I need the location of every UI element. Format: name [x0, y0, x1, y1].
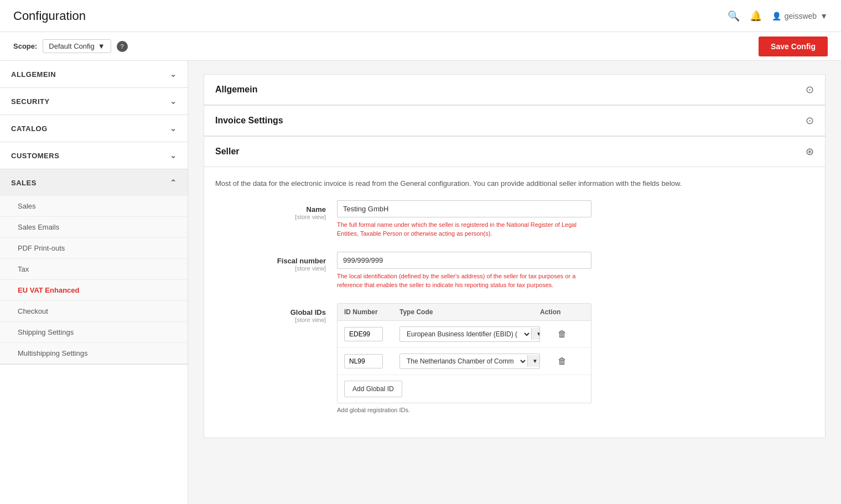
config-section-title-seller: Seller [215, 147, 240, 157]
config-section-header-seller[interactable]: Seller ⊛ [204, 137, 825, 167]
config-section-allgemein: Allgemein ⊙ [204, 74, 826, 106]
form-label-col-name: Name [store view] [215, 200, 337, 220]
type-code-select-1[interactable]: European Business Identifier (EBID) ( [400, 327, 531, 341]
scope-label: Scope: [13, 42, 37, 50]
form-field-col-name: The full formal name under which the sel… [337, 200, 814, 238]
bell-icon[interactable]: 🔔 [750, 10, 762, 22]
sidebar-item-checkout[interactable]: Checkout [0, 301, 188, 322]
sidebar-section-sales: SALES ⌃ Sales Sales Emails PDF Print-out… [0, 169, 188, 365]
global-ids-hint: Add global registration IDs. [337, 407, 814, 413]
sidebar-section-header-customers[interactable]: CUSTOMERS ⌄ [0, 142, 188, 169]
form-label-col-global-ids: Global IDs [store view] [215, 303, 337, 323]
scope-value: Default Config [49, 42, 94, 50]
global-ids-scope: [store view] [215, 316, 326, 323]
type-code-select-wrapper-2: The Netherlands Chamber of Comm ▼ [399, 354, 540, 369]
config-section-body-seller: Most of the data for the electronic invo… [204, 167, 825, 438]
global-ids-table: ID Number Type Code Action European Busi… [337, 303, 591, 403]
type-code-arrow-2[interactable]: ▼ [527, 355, 540, 367]
col-header-action: Action [540, 308, 584, 316]
user-dropdown-arrow: ▼ [820, 12, 828, 20]
section-toggle-invoice-settings[interactable]: ⊙ [806, 115, 814, 127]
sidebar-section-label-catalog: CATALOG [11, 124, 48, 133]
type-code-select-2[interactable]: The Netherlands Chamber of Comm [400, 354, 527, 368]
form-field-col-fiscal-number: The local identification (defined by the… [337, 252, 814, 290]
form-label-col-fiscal-number: Fiscal number [store view] [215, 252, 337, 272]
sidebar-item-sales-emails[interactable]: Sales Emails [0, 217, 188, 238]
seller-description: Most of the data for the electronic invo… [215, 178, 814, 189]
page-title: Configuration [13, 9, 86, 23]
sidebar: ALLGEMEIN ⌄ SECURITY ⌄ CATALOG ⌄ CUSTOME… [0, 61, 188, 504]
sidebar-section-security: SECURITY ⌄ [0, 88, 188, 115]
global-ids-label: Global IDs [290, 308, 326, 316]
form-field-col-global-ids: ID Number Type Code Action European Busi… [337, 303, 814, 413]
sidebar-item-shipping-settings[interactable]: Shipping Settings [0, 322, 188, 343]
scope-bar: Scope: Default Config ▼ ? Save Config [0, 32, 841, 61]
section-toggle-allgemein[interactable]: ⊙ [806, 84, 814, 96]
user-menu[interactable]: 👤 geissweb ▼ [772, 12, 828, 20]
config-section-invoice-settings: Invoice Settings ⊙ [204, 106, 826, 137]
sidebar-item-sales[interactable]: Sales [0, 196, 188, 217]
form-row-name: Name [store view] The full formal name u… [215, 200, 814, 238]
sidebar-item-eu-vat-enhanced[interactable]: EU VAT Enhanced [0, 280, 188, 301]
sidebar-section-customers: CUSTOMERS ⌄ [0, 142, 188, 169]
add-global-id-button[interactable]: Add Global ID [344, 381, 402, 397]
chevron-up-icon-sales: ⌃ [170, 178, 177, 187]
sidebar-section-allgemein: ALLGEMEIN ⌄ [0, 61, 188, 88]
sidebar-section-catalog: CATALOG ⌄ [0, 115, 188, 142]
chevron-down-icon-security: ⌄ [170, 97, 177, 106]
scope-dropdown-arrow: ▼ [98, 42, 105, 50]
delete-row-2-button[interactable]: 🗑 [540, 354, 584, 368]
fiscal-number-hint: The local identification (defined by the… [337, 272, 580, 290]
sidebar-submenu-sales: Sales Sales Emails PDF Print-outs Tax EU… [0, 196, 188, 364]
scope-select[interactable]: Default Config ▼ [43, 39, 111, 53]
scope-left: Scope: Default Config ▼ ? [13, 39, 128, 53]
config-section-title-invoice-settings: Invoice Settings [215, 116, 283, 126]
user-icon: 👤 [772, 12, 781, 20]
sidebar-section-header-security[interactable]: SECURITY ⌄ [0, 88, 188, 115]
sidebar-section-header-sales[interactable]: SALES ⌃ [0, 169, 188, 196]
config-section-header-invoice-settings[interactable]: Invoice Settings ⊙ [204, 106, 825, 136]
content-area: Allgemein ⊙ Invoice Settings ⊙ Seller ⊛ … [188, 61, 841, 504]
chevron-down-icon-allgemein: ⌄ [170, 70, 177, 79]
global-ids-table-header: ID Number Type Code Action [338, 304, 591, 321]
fiscal-number-scope: [store view] [215, 265, 326, 272]
save-config-button[interactable]: Save Config [759, 37, 828, 56]
fiscal-number-input[interactable] [337, 252, 591, 269]
trash-icon-2: 🗑 [558, 356, 567, 366]
name-scope: [store view] [215, 214, 326, 220]
header-actions: 🔍 🔔 👤 geissweb ▼ [728, 10, 828, 22]
form-row-global-ids: Global IDs [store view] ID Number Type C… [215, 303, 814, 413]
sidebar-section-label-sales: SALES [11, 179, 37, 187]
chevron-down-icon-catalog: ⌄ [170, 124, 177, 133]
help-question-mark: ? [121, 43, 124, 50]
config-section-title-allgemein: Allgemein [215, 85, 257, 95]
main-layout: ALLGEMEIN ⌄ SECURITY ⌄ CATALOG ⌄ CUSTOME… [0, 61, 841, 504]
id-number-input-1[interactable] [344, 327, 383, 341]
id-number-input-2[interactable] [344, 354, 383, 368]
sidebar-section-label-allgemein: ALLGEMEIN [11, 70, 56, 79]
config-section-seller: Seller ⊛ Most of the data for the electr… [204, 137, 826, 438]
search-icon[interactable]: 🔍 [728, 10, 740, 22]
table-row: European Business Identifier (EBID) ( ▼ … [338, 321, 591, 348]
table-row: The Netherlands Chamber of Comm ▼ 🗑 [338, 348, 591, 375]
top-header: Configuration 🔍 🔔 👤 geissweb ▼ [0, 0, 841, 32]
config-section-header-allgemein[interactable]: Allgemein ⊙ [204, 75, 825, 105]
type-code-select-wrapper-1: European Business Identifier (EBID) ( ▼ [399, 326, 540, 342]
sidebar-section-header-catalog[interactable]: CATALOG ⌄ [0, 115, 188, 142]
type-code-arrow-1[interactable]: ▼ [531, 328, 540, 340]
chevron-down-icon-customers: ⌄ [170, 151, 177, 160]
scope-help-icon[interactable]: ? [117, 41, 128, 52]
col-header-type-code: Type Code [399, 308, 540, 316]
sidebar-section-label-security: SECURITY [11, 97, 50, 106]
delete-row-1-button[interactable]: 🗑 [540, 327, 584, 341]
sidebar-item-tax[interactable]: Tax [0, 259, 188, 280]
sidebar-item-multishipping-settings[interactable]: Multishipping Settings [0, 343, 188, 364]
name-input[interactable] [337, 200, 591, 217]
col-header-id-number: ID Number [344, 308, 399, 316]
name-label: Name [307, 205, 326, 214]
add-global-id-row: Add Global ID [338, 375, 591, 403]
section-toggle-seller[interactable]: ⊛ [806, 146, 814, 158]
sidebar-item-pdf-printouts[interactable]: PDF Print-outs [0, 238, 188, 259]
user-name: geissweb [785, 12, 817, 20]
sidebar-section-header-allgemein[interactable]: ALLGEMEIN ⌄ [0, 61, 188, 87]
